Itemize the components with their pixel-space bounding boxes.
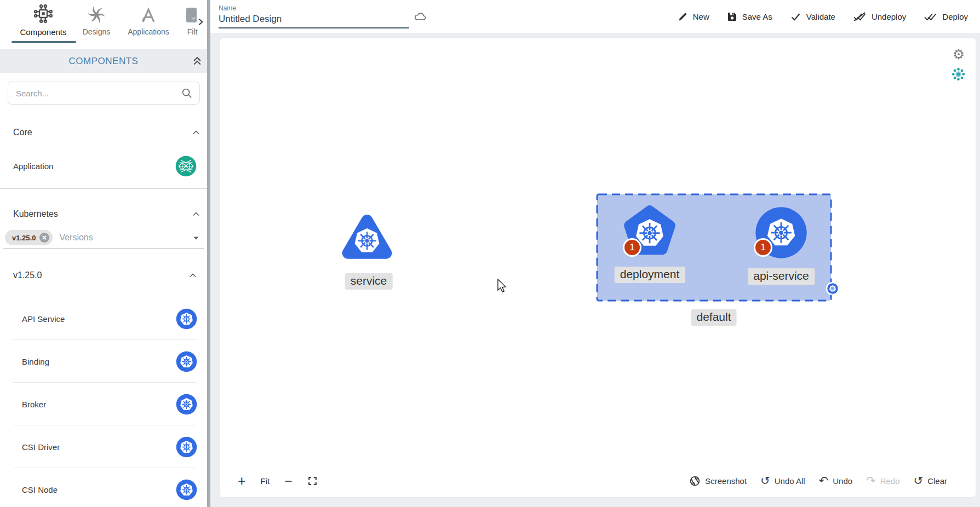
meshery-scope-icon[interactable] [951,67,966,82]
node-api-service-label[interactable]: api-service [748,268,815,285]
component-item-application[interactable]: Application [0,152,207,180]
screenshot-button-label: Screenshot [705,476,747,486]
remove-version-icon[interactable] [39,232,50,243]
double-check-icon [924,11,937,22]
save-as-button[interactable]: Save As [727,11,772,22]
component-item-label: Broker [22,400,46,409]
api-service-count-badge: 1 [754,238,772,257]
component-item-csi-driver[interactable]: CSI Driver [0,425,207,468]
component-item-broker[interactable]: Broker [0,383,207,425]
topbar: Name New [210,0,980,33]
check-icon [790,11,801,22]
zoom-in-button[interactable]: + [238,473,246,489]
section-core: Core [13,125,202,140]
section-core-title: Core [13,128,32,137]
topbar-actions: New Save As Validate [678,11,968,22]
versions-dropdown-icon[interactable] [191,233,201,243]
undeploy-button-label: Undeploy [872,12,906,21]
redo-button[interactable]: ↷ Redo [866,475,899,486]
node-service[interactable] [340,212,394,265]
group-default-label[interactable]: default [691,309,736,326]
fit-button[interactable]: Fit [261,476,270,486]
clear-button-label: Clear [927,476,947,486]
design-canvas[interactable]: ⚙ service [220,38,976,497]
section-kubernetes-title: Kubernetes [13,209,58,219]
tab-components-label: Components [10,27,77,37]
component-item-csi-node[interactable]: CSI Node [0,468,207,507]
undo-arrow-icon: ↶ [819,475,829,486]
components-sidebar: Components Designs [0,0,207,507]
search-icon[interactable] [181,87,193,99]
kubernetes-icon [175,436,198,458]
tab-components[interactable]: Components [10,2,77,37]
name-field-underline [219,27,409,28]
plus-icon: + [238,473,246,489]
component-list: API Service Binding Broker CSI Driver CS [0,297,207,507]
design-app: Components Designs [0,0,980,507]
tab-applications-label: Applications [119,27,177,36]
undo-button[interactable]: ↶ Undo [819,475,852,486]
tab-designs-label: Designs [77,27,116,36]
screenshot-button[interactable]: Screenshot [689,475,747,487]
versions-placeholder: Versions [59,233,93,243]
design-name-input[interactable] [219,14,399,25]
panel-header: COMPONENTS [0,49,207,73]
history-toolbar: Screenshot ↺ Undo All ↶ Undo ↷ Redo ↺ Cl… [689,471,947,491]
sidebar-tabs: Components Designs [0,0,207,44]
section-kubernetes-collapse-icon[interactable] [191,209,202,220]
node-deployment-label[interactable]: deployment [615,267,685,283]
fullscreen-button[interactable] [307,476,318,486]
redo-arrow-icon: ↷ [866,475,876,486]
application-mesh-icon [175,155,197,177]
collapse-panel-icon[interactable] [192,55,203,66]
zoom-toolbar: + Fit − [238,471,318,491]
gear-icon[interactable]: ⚙ [951,47,966,62]
component-item-label: API Service [22,314,65,324]
deploy-button[interactable]: Deploy [924,11,968,22]
fullscreen-icon [307,476,318,486]
clear-button[interactable]: ↺ Clear [914,475,947,486]
undo-all-button[interactable]: ↺ Undo All [760,475,805,486]
search-input[interactable] [16,89,181,98]
cloud-icon[interactable] [414,10,427,23]
applications-a-icon [119,2,177,24]
component-item-binding[interactable]: Binding [0,340,207,383]
fit-button-label: Fit [261,476,270,486]
validate-button[interactable]: Validate [790,11,835,22]
rotate-left-icon: ↺ [914,475,924,486]
component-item-api-service[interactable]: API Service [0,297,207,340]
new-button-label: New [693,12,709,21]
deploy-button-label: Deploy [942,12,968,21]
panel-title: COMPONENTS [69,56,139,67]
component-item-label: Binding [22,357,49,366]
section-core-collapse-icon[interactable] [191,127,202,138]
active-tab-underline [12,41,76,43]
designs-spiral-icon [77,2,116,24]
name-field-label: Name [219,4,236,12]
section-version-group: v1.25.0 [13,268,198,283]
undeploy-button[interactable]: Undeploy [853,11,906,22]
node-service-label[interactable]: service [345,273,393,290]
section-version-collapse-icon[interactable] [187,270,198,281]
shutter-icon [689,475,701,487]
component-item-label: CSI Driver [22,442,60,452]
rotate-left-icon: ↺ [760,475,770,486]
section-kubernetes: Kubernetes [13,206,202,222]
tab-applications[interactable]: Applications [119,2,177,36]
save-as-button-label: Save As [742,12,772,21]
kubernetes-icon [175,479,198,501]
undo-button-label: Undo [833,476,852,486]
new-button[interactable]: New [678,11,709,22]
versions-select[interactable]: v1.25.0 Versions [5,229,202,246]
section-version-title: v1.25.0 [13,270,42,280]
components-chip-icon [10,2,77,24]
undo-all-button-label: Undo All [775,476,805,486]
zoom-out-button[interactable]: − [284,473,293,489]
version-chip-label: v1.25.0 [12,234,36,242]
version-chip: v1.25.0 [5,230,53,245]
tabs-scroll-right-icon[interactable] [196,18,205,26]
kubernetes-icon [175,393,198,416]
group-edge-kubernetes-icon[interactable] [826,281,840,298]
tab-designs[interactable]: Designs [77,2,116,36]
mouse-cursor [497,279,508,296]
